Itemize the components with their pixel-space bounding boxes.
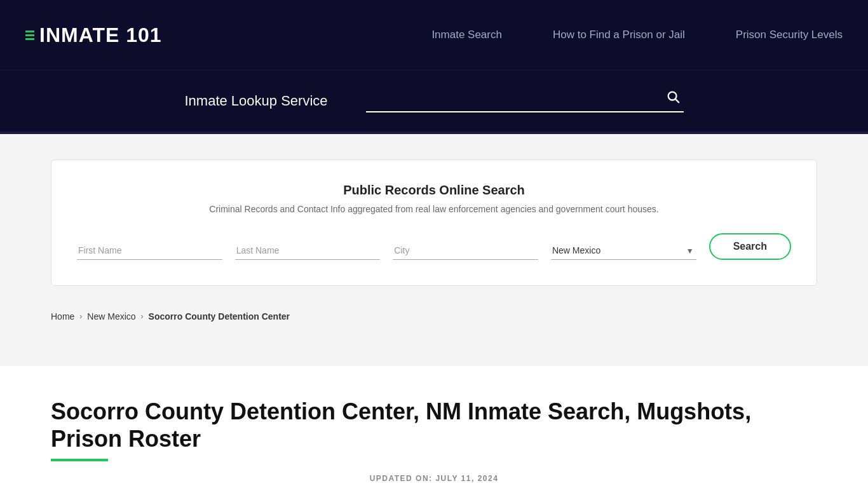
title-underline: [51, 459, 108, 461]
breadcrumb-sep-1: ›: [79, 312, 82, 321]
public-records-desc: Criminal Records and Contact Info aggreg…: [77, 204, 791, 214]
city-field: [393, 241, 538, 260]
state-select[interactable]: New Mexico Alabama Alaska Arizona Arkans…: [551, 241, 696, 260]
hero-search-button[interactable]: [662, 90, 684, 107]
last-name-input[interactable]: [235, 241, 381, 260]
breadcrumb-current: Socorro County Detention Center: [149, 311, 290, 322]
page-title-section: Socorro County Detention Center, NM Inma…: [0, 366, 868, 488]
search-button[interactable]: Search: [709, 233, 791, 260]
state-select-wrap: New Mexico Alabama Alaska Arizona Arkans…: [551, 241, 696, 260]
top-navigation: INMATE 101 Inmate Search How to Find a P…: [0, 0, 868, 70]
hero-label: Inmate Lookup Service: [184, 93, 327, 109]
search-form-row: New Mexico Alabama Alaska Arizona Arkans…: [77, 233, 791, 260]
public-records-title: Public Records Online Search: [77, 183, 791, 198]
breadcrumb-sep-2: ›: [141, 312, 144, 321]
breadcrumb: Home › New Mexico › Socorro County Deten…: [51, 311, 817, 322]
nav-inmate-search[interactable]: Inmate Search: [431, 29, 502, 41]
hero-search-bar: [366, 90, 684, 112]
nav-link-list: Inmate Search How to Find a Prison or Ja…: [431, 29, 843, 41]
nav-find-prison[interactable]: How to Find a Prison or Jail: [553, 29, 685, 41]
main-content: Public Records Online Search Criminal Re…: [0, 134, 868, 366]
svg-line-1: [675, 99, 679, 102]
breadcrumb-state[interactable]: New Mexico: [87, 311, 135, 322]
logo-text: INMATE 101: [39, 24, 162, 47]
state-select-container: New Mexico Alabama Alaska Arizona Arkans…: [551, 241, 696, 260]
updated-text: UPDATED ON: JULY 11, 2024: [51, 474, 817, 483]
city-input[interactable]: [393, 241, 538, 260]
public-records-box: Public Records Online Search Criminal Re…: [51, 159, 817, 286]
breadcrumb-home[interactable]: Home: [51, 311, 74, 322]
first-name-input[interactable]: [77, 241, 222, 260]
logo-num: 101: [126, 24, 161, 46]
hero-search-input[interactable]: [366, 93, 662, 104]
search-hero-section: Inmate Lookup Service: [0, 70, 868, 132]
last-name-field: [235, 241, 381, 260]
page-title: Socorro County Detention Center, NM Inma…: [51, 398, 817, 452]
first-name-field: [77, 241, 222, 260]
site-logo[interactable]: INMATE 101: [25, 24, 162, 47]
logo-icon: [25, 30, 34, 40]
nav-security-levels[interactable]: Prison Security Levels: [736, 29, 843, 41]
logo-inmate: INMATE: [39, 24, 119, 46]
search-icon: [666, 90, 680, 104]
